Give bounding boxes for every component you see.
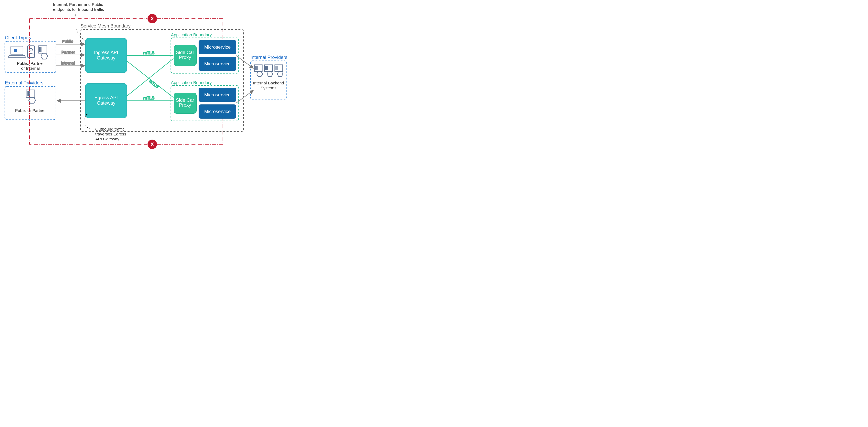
client-types-box: Client Types Public, Partner or Internal: [5, 35, 56, 73]
svg-text:Internal Backend: Internal Backend: [253, 81, 284, 85]
svg-text:Microservice: Microservice: [204, 92, 231, 97]
svg-rect-7: [28, 46, 35, 58]
svg-text:Internal, Partner and Public: Internal, Partner and Public: [53, 2, 103, 7]
forbidden-mark-top: X: [151, 16, 154, 22]
svg-text:endpoints for Inbound traffic: endpoints for Inbound traffic: [53, 7, 104, 11]
internal-providers-title: Internal Providers: [250, 55, 287, 60]
svg-rect-6: [14, 49, 17, 52]
svg-text:Application Boundary: Application Boundary: [171, 32, 212, 37]
architecture-diagram: X X Internal, Partner and Public endpoin…: [0, 0, 289, 149]
svg-text:Proxy: Proxy: [179, 102, 191, 107]
svg-text:Ingress API: Ingress API: [94, 50, 118, 55]
external-providers-box: External Providers Public or Partner: [5, 80, 56, 120]
svg-text:Gateway: Gateway: [97, 55, 116, 61]
svg-text:Internal: Internal: [61, 61, 75, 65]
svg-text:mTLS: mTLS: [144, 96, 154, 100]
svg-text:Application Boundary: Application Boundary: [171, 80, 212, 85]
egress-gateway: Egress API Gateway: [86, 84, 127, 118]
svg-text:Microservice: Microservice: [204, 109, 231, 114]
svg-text:mTLS: mTLS: [144, 51, 154, 55]
application-boundary-2: Application Boundary Side Car Proxy Micr…: [171, 80, 239, 121]
svg-text:Gateway: Gateway: [97, 100, 116, 106]
service-mesh-boundary: Service Mesh Boundary Ingress API Gatewa…: [81, 23, 244, 132]
svg-text:Outbound traffic: Outbound traffic: [95, 127, 125, 131]
svg-text:Proxy: Proxy: [179, 55, 191, 60]
client-types-title: Client Types: [5, 35, 31, 40]
svg-text:Public: Public: [62, 39, 73, 43]
service-mesh-title: Service Mesh Boundary: [81, 23, 131, 29]
svg-text:API Gateway: API Gateway: [95, 137, 119, 141]
inbound-annotation: Internal, Partner and Public endpoints f…: [53, 2, 104, 42]
svg-text:Public or Partner: Public or Partner: [15, 108, 46, 113]
mtls-links: mTLS mTLS mTLS: [127, 51, 174, 101]
svg-rect-43: [250, 61, 287, 99]
svg-text:or Internal: or Internal: [21, 66, 40, 70]
ingress-gateway: Ingress API Gateway: [86, 38, 127, 73]
svg-text:mTLS: mTLS: [148, 79, 160, 89]
internal-providers-box: Internal Providers Internal Backend Syst…: [250, 55, 287, 99]
forbidden-mark-bottom: X: [151, 141, 154, 147]
svg-text:Systems: Systems: [261, 86, 277, 90]
svg-text:Microservice: Microservice: [204, 44, 231, 50]
application-boundary-1: Application Boundary Side Car Proxy Micr…: [171, 32, 239, 73]
external-providers-title: External Providers: [5, 80, 43, 86]
svg-text:Side Car: Side Car: [176, 97, 194, 103]
svg-line-66: [127, 61, 174, 98]
svg-text:Public, Partner: Public, Partner: [17, 61, 44, 66]
svg-text:Partner: Partner: [61, 50, 75, 54]
svg-line-68: [127, 59, 174, 96]
svg-text:Microservice: Microservice: [204, 61, 231, 66]
svg-text:Side Car: Side Car: [176, 50, 194, 55]
svg-text:Egress API: Egress API: [94, 95, 118, 100]
svg-text:traverses Egress: traverses Egress: [95, 132, 126, 136]
svg-point-8: [30, 48, 32, 51]
